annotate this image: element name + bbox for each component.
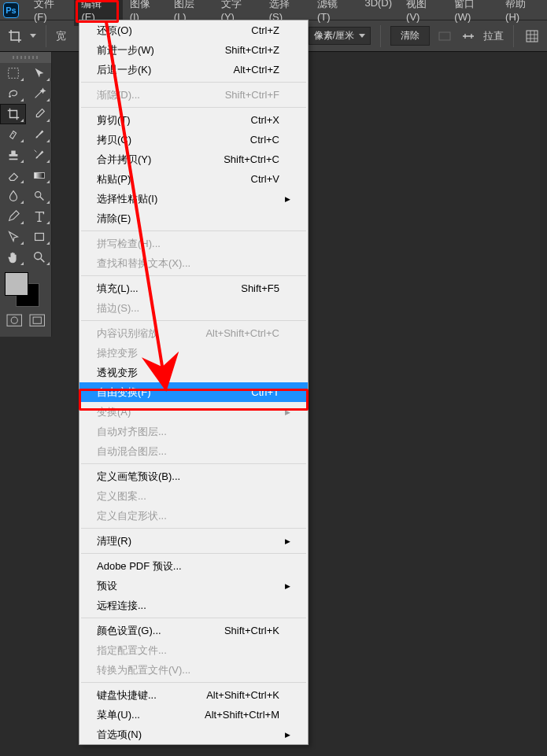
- menu-item-剪切(T)[interactable]: 剪切(T)Ctrl+X: [79, 110, 308, 130]
- menu-item-键盘快捷键...[interactable]: 键盘快捷键...Alt+Shift+Ctrl+K: [79, 685, 308, 705]
- hand-tool-icon[interactable]: [0, 247, 26, 267]
- menu-item-自动对齐图层...: 自动对齐图层...: [79, 422, 308, 441]
- brush-tool-icon[interactable]: [26, 124, 52, 145]
- healing-tool-icon[interactable]: [0, 124, 26, 145]
- crop-tool-icon[interactable]: [0, 104, 26, 124]
- menu-item-粘贴(P)[interactable]: 粘贴(P)Ctrl+V: [79, 169, 308, 189]
- menu-item-定义画笔预设(B)...[interactable]: 定义画笔预设(B)...: [79, 467, 308, 486]
- crop-tool-icon[interactable]: [6, 28, 24, 45]
- history-brush-tool-icon[interactable]: [26, 145, 52, 165]
- menu-item-首选项(N)[interactable]: 首选项(N)▶: [79, 725, 308, 744]
- pen-tool-icon[interactable]: [0, 206, 26, 227]
- menu-item-Adobe PDF 预设...[interactable]: Adobe PDF 预设...: [79, 556, 308, 576]
- foreground-color-swatch[interactable]: [5, 272, 28, 296]
- svg-rect-0: [439, 32, 450, 40]
- menu-item-label: 还原(O): [97, 24, 243, 38]
- menu-item-label: 清除(E): [97, 212, 279, 226]
- separator: [380, 25, 381, 47]
- menu-item-label: 定义画笔预设(B)...: [97, 470, 279, 484]
- menu-文件(F)[interactable]: 文件(F): [27, 0, 74, 26]
- menu-separator: [81, 553, 306, 554]
- menu-item-预设[interactable]: 预设▶: [79, 576, 308, 596]
- separator: [513, 25, 514, 47]
- submenu-arrow-icon: ▶: [284, 582, 290, 590]
- units-value: 像素/厘米: [314, 29, 354, 42]
- zoom-tool-icon[interactable]: [26, 247, 52, 267]
- menu-item-清理(R)[interactable]: 清理(R)▶: [79, 531, 308, 551]
- standard-mode-icon[interactable]: [6, 313, 23, 327]
- svg-point-5: [35, 192, 40, 197]
- menu-separator: [81, 230, 306, 231]
- straighten-label: 拉直: [483, 29, 504, 43]
- menu-item-label: 渐隐(D)...: [97, 88, 217, 102]
- menu-item-远程连接...[interactable]: 远程连接...: [79, 596, 308, 615]
- menu-item-透视变形[interactable]: 透视变形: [79, 363, 308, 382]
- menu-item-shortcut: Alt+Shift+Ctrl+M: [205, 709, 279, 721]
- color-swatches[interactable]: [0, 267, 51, 307]
- menu-item-shortcut: Ctrl+C: [250, 134, 279, 146]
- menu-separator: [81, 320, 306, 321]
- svg-rect-11: [33, 317, 41, 323]
- menu-帮助(H)[interactable]: 帮助(H): [498, 0, 547, 26]
- menu-item-变换(A): 变换(A)▶: [79, 402, 308, 422]
- path-select-tool-icon[interactable]: [0, 227, 26, 247]
- menu-item-合并拷贝(Y)[interactable]: 合并拷贝(Y)Shift+Ctrl+C: [79, 149, 308, 169]
- menu-item-后退一步(K)[interactable]: 后退一步(K)Alt+Ctrl+Z: [79, 60, 308, 79]
- dodge-tool-icon[interactable]: [26, 186, 52, 206]
- panel-drag-handle[interactable]: [0, 52, 51, 63]
- menu-item-label: 首选项(N): [97, 728, 279, 742]
- menu-item-颜色设置(G)...[interactable]: 颜色设置(G)...Shift+Ctrl+K: [79, 621, 308, 640]
- grid-overlay-icon[interactable]: [523, 28, 541, 45]
- menu-separator: [81, 618, 306, 618]
- blur-tool-icon[interactable]: [0, 186, 26, 206]
- menu-item-选择性粘贴(I)[interactable]: 选择性粘贴(I)▶: [79, 189, 308, 208]
- menu-item-自由变换(F)[interactable]: 自由变换(F)Ctrl+T: [79, 382, 308, 402]
- menu-item-label: 自动混合图层...: [97, 444, 279, 459]
- straighten-icon[interactable]: [460, 28, 477, 45]
- units-dropdown[interactable]: 像素/厘米: [309, 27, 371, 45]
- marquee-tool-icon[interactable]: [0, 63, 26, 83]
- svg-rect-2: [8, 68, 18, 79]
- menu-item-label: 选择性粘贴(I): [97, 192, 279, 206]
- move-tool-icon[interactable]: [26, 63, 52, 83]
- menu-滤镜(T)[interactable]: 滤镜(T): [310, 0, 357, 26]
- menu-item-清除(E)[interactable]: 清除(E): [79, 208, 308, 228]
- type-tool-icon[interactable]: [26, 206, 52, 227]
- menu-item-填充(L)...[interactable]: 填充(L)...Shift+F5: [79, 278, 308, 298]
- menu-item-label: 拼写检查(H)...: [97, 237, 279, 251]
- svg-rect-8: [7, 315, 21, 326]
- lasso-tool-icon[interactable]: [0, 83, 26, 104]
- submenu-arrow-icon: ▶: [284, 408, 290, 416]
- menu-item-前进一步(W)[interactable]: 前进一步(W)Shift+Ctrl+Z: [79, 40, 308, 60]
- menu-item-label: 后退一步(K): [97, 63, 225, 77]
- eyedropper-tool-icon[interactable]: [26, 104, 52, 124]
- chevron-down-icon: [359, 34, 365, 38]
- menu-item-shortcut: Alt+Shift+Ctrl+K: [206, 689, 279, 701]
- menu-item-还原(O)[interactable]: 还原(O)Ctrl+Z: [79, 20, 308, 40]
- clear-button[interactable]: 清除: [390, 26, 430, 46]
- chevron-down-icon[interactable]: [30, 34, 36, 38]
- menu-item-label: 指定配置文件...: [97, 644, 279, 658]
- edit-menu-dropdown: 还原(O)Ctrl+Z前进一步(W)Shift+Ctrl+Z后退一步(K)Alt…: [79, 20, 309, 745]
- menu-item-自动混合图层...: 自动混合图层...: [79, 441, 308, 461]
- menu-窗口(W)[interactable]: 窗口(W): [447, 0, 498, 26]
- menu-separator: [81, 682, 306, 683]
- rectangle-tool-icon[interactable]: [26, 227, 52, 247]
- menu-3D(D)[interactable]: 3D(D): [357, 0, 399, 26]
- width-label: 宽: [56, 29, 66, 43]
- submenu-arrow-icon: ▶: [284, 731, 290, 739]
- stamp-tool-icon[interactable]: [0, 145, 26, 165]
- gradient-tool-icon[interactable]: [26, 165, 52, 186]
- menu-item-拷贝(C)[interactable]: 拷贝(C)Ctrl+C: [79, 130, 308, 149]
- menu-item-菜单(U)...[interactable]: 菜单(U)...Alt+Shift+Ctrl+M: [79, 705, 308, 725]
- eraser-tool-icon[interactable]: [0, 165, 26, 186]
- menu-item-shortcut: Shift+F5: [241, 282, 279, 294]
- menu-separator: [81, 528, 306, 529]
- menu-item-label: 内容识别缩放: [97, 326, 198, 341]
- wand-tool-icon[interactable]: [26, 83, 52, 104]
- menu-item-转换为配置文件(V)...: 转换为配置文件(V)...: [79, 660, 308, 680]
- menu-item-label: 定义自定形状...: [97, 509, 279, 523]
- screen-mode-icon[interactable]: [29, 313, 46, 327]
- menu-视图(V)[interactable]: 视图(V): [399, 0, 447, 26]
- menu-item-shortcut: Shift+Ctrl+Z: [225, 44, 279, 56]
